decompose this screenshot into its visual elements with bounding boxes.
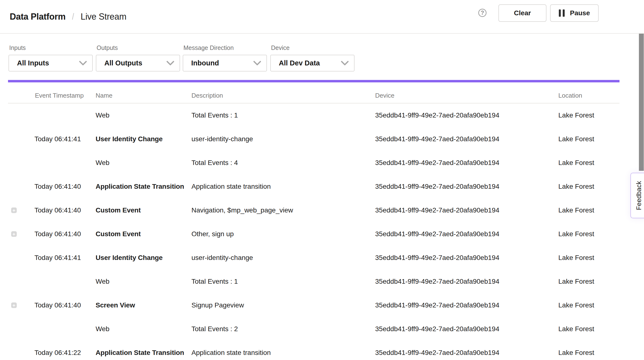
cell-description: Navigation, $mp_web_page_view	[192, 206, 293, 214]
cell-description: Total Events : 4	[192, 159, 238, 167]
inputs-dropdown-value: All Inputs	[17, 59, 49, 67]
pause-button[interactable]: Pause	[550, 4, 598, 22]
device-dropdown-value: All Dev Data	[279, 59, 320, 67]
cell-location: Lake Forest	[558, 206, 594, 214]
cell-device: 35eddb41-9ff9-49e2-7aed-20afa90eb194	[375, 206, 500, 214]
cell-description: Application state transition	[192, 183, 271, 190]
chevron-down-icon	[253, 61, 261, 66]
cell-device: 35eddb41-9ff9-49e2-7aed-20afa90eb194	[375, 183, 500, 190]
help-icon[interactable]: ?	[478, 9, 486, 17]
filter-outputs-label: Outputs	[96, 44, 118, 51]
cell-device: 35eddb41-9ff9-49e2-7aed-20afa90eb194	[375, 230, 500, 238]
cell-name: User Identity Change	[96, 135, 162, 143]
table-row[interactable]: + Web Total Events : 2 35eddb41-9ff9-49e…	[0, 317, 644, 341]
cell-description: Signup Pageview	[192, 301, 244, 309]
table-row[interactable]: + Today 06:41:40 Screen View Signup Page…	[0, 293, 644, 317]
table-row[interactable]: + Today 06:41:22 Application State Trans…	[0, 341, 644, 360]
cell-event-timestamp: Today 06:41:40	[34, 301, 81, 309]
pause-icon	[559, 9, 565, 17]
table-header: Event Timestamp Name Description Device …	[0, 82, 644, 103]
cell-name: User Identity Change	[96, 254, 162, 262]
cell-name: Screen View	[96, 301, 135, 309]
chevron-down-icon	[341, 61, 349, 66]
cell-description: Application state transition	[192, 349, 271, 357]
expand-icon[interactable]: +	[11, 208, 17, 213]
feedback-tab-label: Feedback	[635, 181, 643, 210]
cell-name: Web	[96, 159, 110, 167]
event-table-body: + Web Total Events : 1 35eddb41-9ff9-49e…	[0, 103, 644, 360]
page-header: Data Platform / Live Stream ? Clear Paus…	[0, 0, 644, 34]
filter-inputs-label: Inputs	[9, 44, 26, 51]
cell-event-timestamp: Today 06:41:41	[34, 254, 81, 262]
breadcrumb-section[interactable]: Data Platform	[10, 12, 66, 22]
chevron-down-icon	[79, 61, 87, 66]
live-stream-progress-bar	[8, 80, 620, 82]
cell-location: Lake Forest	[558, 183, 594, 190]
cell-event-timestamp: Today 06:41:22	[34, 349, 81, 357]
cell-location: Lake Forest	[558, 301, 594, 309]
message-direction-dropdown[interactable]: Inbound	[183, 55, 267, 71]
column-header-device: Device	[375, 92, 394, 99]
table-row[interactable]: + Today 06:41:40 Custom Event Other, sig…	[0, 222, 644, 246]
cell-location: Lake Forest	[558, 111, 594, 119]
cell-description: Total Events : 1	[192, 278, 238, 285]
cell-device: 35eddb41-9ff9-49e2-7aed-20afa90eb194	[375, 135, 500, 143]
outputs-dropdown[interactable]: All Outputs	[96, 55, 180, 71]
cell-name: Web	[96, 278, 110, 285]
column-header-description: Description	[192, 92, 223, 99]
cell-description: Other, sign up	[192, 230, 234, 238]
cell-event-timestamp: Today 06:41:40	[34, 230, 81, 238]
cell-description: user-identity-change	[192, 135, 253, 143]
cell-location: Lake Forest	[558, 349, 594, 357]
breadcrumb-separator: /	[72, 12, 74, 22]
page-title: Live Stream	[80, 12, 126, 22]
table-row[interactable]: + Web Total Events : 1 35eddb41-9ff9-49e…	[0, 103, 644, 127]
cell-name: Application State Transition	[96, 349, 184, 357]
vertical-scrollbar-thumb[interactable]	[639, 34, 644, 171]
cell-device: 35eddb41-9ff9-49e2-7aed-20afa90eb194	[375, 325, 500, 333]
cell-name: Application State Transition	[96, 183, 184, 190]
cell-location: Lake Forest	[558, 254, 594, 262]
cell-location: Lake Forest	[558, 325, 594, 333]
cell-event-timestamp: Today 06:41:40	[34, 206, 81, 214]
cell-event-timestamp: Today 06:41:40	[34, 183, 81, 190]
cell-device: 35eddb41-9ff9-49e2-7aed-20afa90eb194	[375, 301, 500, 309]
filter-message-direction-label: Message Direction	[184, 44, 234, 51]
cell-description: Total Events : 1	[192, 111, 238, 119]
expand-icon[interactable]: +	[11, 303, 17, 308]
cell-device: 35eddb41-9ff9-49e2-7aed-20afa90eb194	[375, 278, 500, 285]
column-header-event-timestamp: Event Timestamp	[35, 92, 84, 99]
cell-device: 35eddb41-9ff9-49e2-7aed-20afa90eb194	[375, 159, 500, 167]
feedback-tab[interactable]: Feedback	[630, 173, 644, 218]
cell-name: Custom Event	[96, 206, 141, 214]
column-header-name: Name	[96, 92, 112, 99]
cell-device: 35eddb41-9ff9-49e2-7aed-20afa90eb194	[375, 349, 500, 357]
cell-location: Lake Forest	[558, 159, 594, 167]
filter-device-label: Device	[271, 44, 290, 51]
table-row[interactable]: + Today 06:41:40 Custom Event Navigation…	[0, 198, 644, 222]
table-row[interactable]: + Today 06:41:40 Application State Trans…	[0, 175, 644, 198]
table-row[interactable]: + Today 06:41:41 User Identity Change us…	[0, 127, 644, 151]
cell-location: Lake Forest	[558, 230, 594, 238]
cell-device: 35eddb41-9ff9-49e2-7aed-20afa90eb194	[375, 111, 500, 119]
device-dropdown[interactable]: All Dev Data	[270, 55, 354, 71]
table-row[interactable]: + Today 06:41:41 User Identity Change us…	[0, 246, 644, 270]
cell-location: Lake Forest	[558, 135, 594, 143]
table-row[interactable]: + Web Total Events : 4 35eddb41-9ff9-49e…	[0, 151, 644, 175]
outputs-dropdown-value: All Outputs	[104, 59, 142, 67]
message-direction-dropdown-value: Inbound	[191, 59, 219, 67]
column-header-location: Location	[558, 92, 582, 99]
expand-icon[interactable]: +	[11, 231, 17, 237]
cell-description: user-identity-change	[192, 254, 253, 262]
cell-name: Web	[96, 325, 110, 333]
cell-location: Lake Forest	[558, 278, 594, 285]
header-actions: ? Clear Pause	[474, 0, 644, 33]
cell-description: Total Events : 2	[192, 325, 238, 333]
clear-button-label: Clear	[514, 9, 531, 17]
inputs-dropdown[interactable]: All Inputs	[8, 55, 93, 71]
cell-name: Web	[96, 111, 110, 119]
table-row[interactable]: + Web Total Events : 1 35eddb41-9ff9-49e…	[0, 270, 644, 293]
pause-button-label: Pause	[570, 9, 590, 17]
cell-event-timestamp: Today 06:41:41	[34, 135, 81, 143]
clear-button[interactable]: Clear	[498, 4, 546, 22]
